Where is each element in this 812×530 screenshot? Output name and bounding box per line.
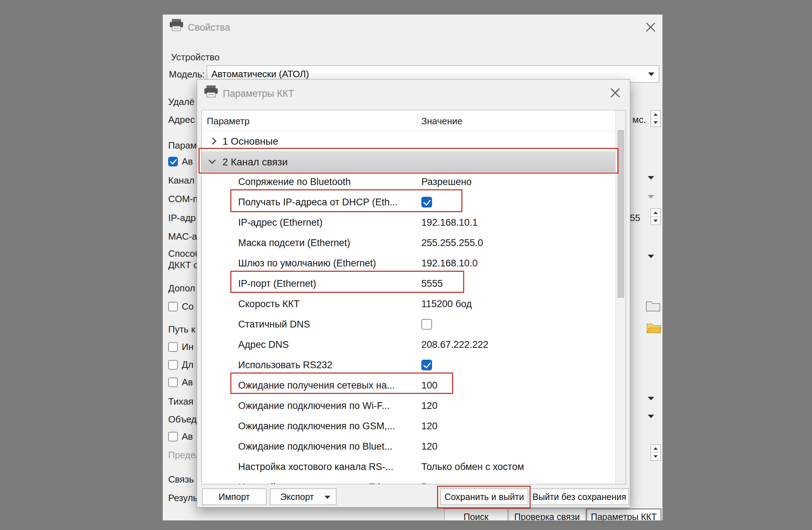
param-value: 120	[421, 421, 437, 432]
param-name: Маска подсети (Ethernet)	[238, 238, 350, 249]
checkbox-unchecked[interactable]	[168, 378, 178, 387]
param-row[interactable]: Маска подсети (Ethernet) 255.255.255.0	[202, 233, 615, 253]
checkbox-checked[interactable]	[168, 157, 178, 166]
check-connection-button[interactable]: Проверка связи	[508, 509, 586, 521]
param-row[interactable]: Статичный DNS	[202, 314, 615, 335]
label-text: Предел	[168, 450, 201, 461]
checkbox-unchecked[interactable]	[168, 342, 178, 352]
param-row[interactable]: IP-адрес (Ethernet) 192.168.10.1	[202, 212, 615, 233]
scrollbar-thumb[interactable]	[617, 130, 624, 298]
param-value: 192.168.10.0	[421, 258, 478, 269]
param-value: 115200 бод	[421, 299, 472, 310]
param-table: Параметр Значение 1 Основные 2 Канал свя…	[201, 110, 626, 484]
clipped-setting-checkbox: Дл	[168, 359, 194, 370]
checkbox-unchecked[interactable]	[168, 432, 178, 441]
checkbox-checked[interactable]	[421, 360, 432, 370]
clipped-setting-label: Парам	[168, 140, 197, 151]
chevron-down-icon[interactable]	[648, 415, 654, 418]
param-value: Разрешено	[421, 176, 472, 188]
checkbox-unchecked[interactable]	[168, 302, 178, 311]
param-row[interactable]: Ожидание получения сетевых на... 100	[202, 375, 615, 396]
kkt-parameters-button[interactable]: Параметры ККТ	[586, 509, 661, 521]
label-text: Ав	[182, 431, 193, 442]
clipped-setting-label: MAC-а	[168, 231, 197, 242]
chevron-down-icon[interactable]	[648, 176, 654, 180]
button-label: Экспорт	[280, 492, 314, 502]
param-name: Использовать RS232	[238, 360, 332, 371]
clipped-setting-checkbox: Ав	[168, 156, 193, 167]
close-icon[interactable]	[642, 19, 659, 35]
checkbox-checked[interactable]	[421, 197, 432, 208]
clipped-group-label: Связь	[168, 474, 194, 485]
clipped-setting-checkbox: Ав	[168, 376, 193, 388]
param-value: 208.67.222.222	[421, 339, 488, 350]
dialog-title: Свойства	[188, 22, 230, 33]
label-text: Канал	[168, 175, 195, 186]
vertical-scrollbar[interactable]	[615, 110, 626, 484]
param-row[interactable]: Настройка хостового канала RS-... Только…	[202, 457, 615, 477]
param-value: 5555	[421, 278, 443, 289]
model-value: Автоматически (АТОЛ)	[211, 69, 309, 80]
param-row[interactable]: Шлюз по умолчанию (Ethernet) 192.168.10.…	[202, 253, 615, 274]
param-row[interactable]: Получать IP-адреса от DHCP (Eth...	[202, 192, 615, 212]
spinner-control[interactable]	[651, 444, 661, 461]
clipped-setting-label: Удалё	[168, 96, 195, 108]
param-name: IP-адрес (Ethernet)	[238, 217, 322, 228]
chevron-down-icon[interactable]	[648, 255, 654, 258]
param-value: Только обмен с хостом	[421, 461, 524, 472]
folder-icon[interactable]	[645, 299, 661, 314]
table-header: Параметр Значение	[202, 110, 626, 131]
param-name: Настройка хостового канала Eth...	[238, 482, 391, 484]
column-header-value: Значение	[421, 116, 462, 127]
button-label: Импорт	[219, 492, 250, 502]
param-table-body: 1 Основные 2 Канал связи Сопряжение по B…	[202, 131, 615, 484]
param-name: Ожидание получения сетевых на...	[238, 380, 395, 391]
param-value: Разрешено	[421, 482, 472, 484]
group-row-kanal-svyazi[interactable]: 2 Канал связи	[202, 151, 615, 172]
label-text: Ав	[182, 377, 193, 388]
param-name: Статичный DNS	[238, 319, 310, 330]
dialog-title: Параметры ККТ	[223, 88, 294, 99]
param-row[interactable]: Адрес DNS 208.67.222.222	[202, 335, 615, 355]
label-text: COM-п	[168, 194, 198, 205]
param-name: Ожидание подключения по Wi-F...	[238, 400, 390, 411]
close-icon[interactable]	[607, 85, 623, 101]
spinner-control[interactable]	[651, 209, 661, 225]
param-row[interactable]: Ожидание подключения по Bluet... 120	[202, 436, 615, 457]
label-text: Объед	[168, 414, 197, 425]
chevron-down-icon[interactable]	[209, 157, 216, 164]
chevron-right-icon[interactable]	[209, 138, 216, 145]
chevron-down-icon[interactable]	[648, 397, 654, 400]
param-row[interactable]: Сопряжение по Bluetooth Разрешено	[202, 172, 615, 192]
label-text: Ав	[182, 156, 193, 167]
search-button[interactable]: Поиск	[444, 509, 508, 521]
clipped-setting-label: Объед	[168, 414, 197, 425]
param-row[interactable]: Использовать RS232	[202, 355, 615, 375]
exit-without-saving-button[interactable]: Выйти без сохранения	[530, 489, 629, 505]
button-label: Сохранить и выйти	[445, 492, 524, 502]
param-row[interactable]: Скорость ККТ 115200 бод	[202, 294, 615, 314]
group-row-osnovnye[interactable]: 1 Основные	[202, 131, 615, 151]
param-row-clipped[interactable]: Настройка хостового канала Eth... Разреш…	[202, 477, 615, 484]
label-text: Тихая	[168, 396, 194, 407]
clipped-setting-label: Допол	[168, 282, 195, 294]
param-row[interactable]: Ожидание подключения по GSM,... 120	[202, 416, 615, 436]
param-row[interactable]: Ожидание подключения по Wi-F... 120	[202, 396, 615, 416]
checkbox-unchecked[interactable]	[168, 360, 178, 370]
group-label: 1 Основные	[222, 136, 278, 147]
open-folder-icon[interactable]	[646, 321, 662, 336]
chevron-down-icon[interactable]	[648, 195, 654, 199]
param-value: 100	[421, 380, 437, 391]
import-button[interactable]: Импорт	[202, 489, 266, 505]
param-name: Скорость ККТ	[238, 299, 300, 310]
printer-icon	[204, 85, 219, 100]
param-row[interactable]: IP-порт (Ethernet) 5555	[202, 274, 615, 294]
kkt-params-dialog: Параметры ККТ Параметр Значение 1 Основн…	[197, 79, 630, 508]
checkbox-unchecked[interactable]	[421, 319, 432, 330]
param-value: 192.168.10.1	[421, 217, 478, 228]
save-and-exit-button[interactable]: Сохранить и выйти	[440, 489, 528, 505]
label-text: Парам	[168, 140, 197, 151]
spinner-control[interactable]	[651, 110, 661, 127]
param-value: 255.255.255.0	[421, 238, 483, 249]
export-button[interactable]: Экспорт	[270, 489, 336, 505]
